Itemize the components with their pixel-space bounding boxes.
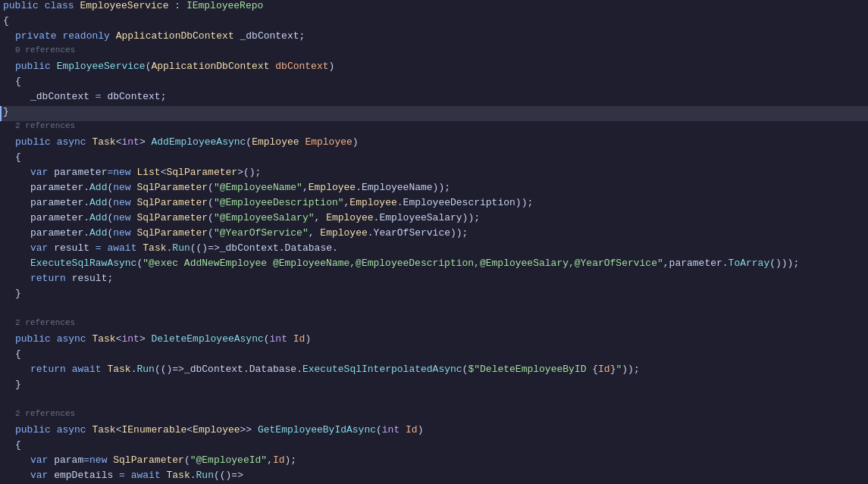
code-line-9: 2 references [0,121,868,136]
code-line-4: 0 references [0,45,868,61]
code-line-12: var parameter=new List<SqlParameter>(); [0,167,868,182]
code-line-3: private readonly ApplicationDbContext _d… [0,30,868,45]
code-line-30: { [0,439,868,454]
code-line-13: parameter.Add(new SqlParameter("@Employe… [0,182,868,197]
code-line-20: } [0,288,868,303]
code-line-7: _dbContext = dbContext; [0,91,868,106]
code-line-26: } [0,379,868,394]
code-line-23: public async Task<int> DeleteEmployeeAsy… [0,333,868,348]
code-line-16: parameter.Add(new SqlParameter("@YearOfS… [0,227,868,242]
code-line-32: var empDetails = await Task.Run(()=> [0,470,868,484]
code-line-10: public async Task<int> AddEmployeeAsync(… [0,136,868,151]
code-line-21 [0,303,868,318]
code-line-18: ExecuteSqlRawAsync("@exec AddNewEmployee… [0,258,868,273]
code-line-1: public class EmployeeService : IEmployee… [0,0,868,15]
code-line-11: { [0,151,868,167]
code-line-14: parameter.Add(new SqlParameter("@Employe… [0,197,868,212]
code-line-29: public async Task<IEnumerable<Employee>>… [0,424,868,439]
code-line-17: var result = await Task.Run(()=>_dbConte… [0,242,868,258]
code-line-25: return await Task.Run(()=>_dbContext.Dat… [0,364,868,379]
code-line-24: { [0,348,868,364]
code-line-28: 2 references [0,409,868,424]
code-line-19: return result; [0,273,868,288]
code-line-5: public EmployeeService(ApplicationDbCont… [0,61,868,76]
code-line-27 [0,394,868,409]
code-line-6: { [0,76,868,91]
code-line-2: { [0,15,868,30]
code-line-8: } [0,106,868,121]
code-editor: public class EmployeeService : IEmployee… [0,0,868,484]
code-line-22: 2 references [0,318,868,333]
code-line-15: parameter.Add(new SqlParameter("@Employe… [0,212,868,227]
code-line-31: var param=new SqlParameter("@EmployeeId"… [0,454,868,470]
